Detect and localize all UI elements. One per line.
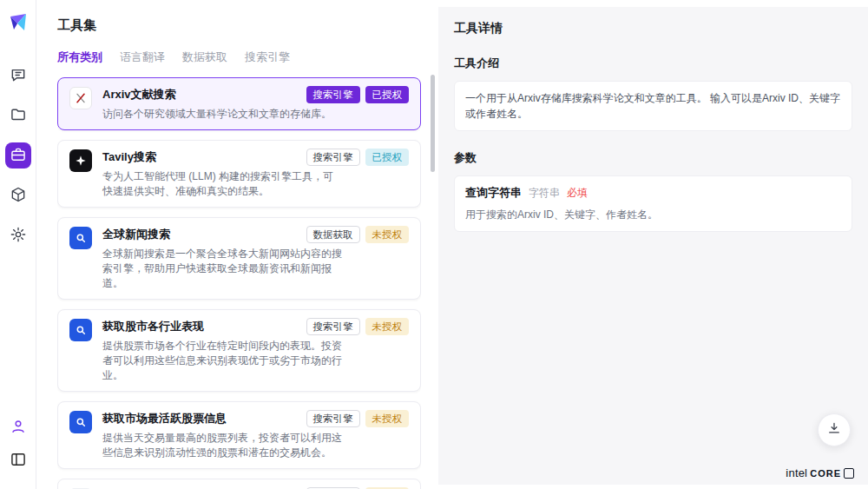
sidebar-item-account[interactable] xyxy=(5,414,31,440)
tool-description: 提供当天交易量最高的股票列表，投资者可以利用这些信息来识别流动性强的股票和潜在的… xyxy=(102,431,343,460)
sidebar-item-apps[interactable] xyxy=(5,182,31,208)
sidebar xyxy=(0,0,36,489)
tool-name: 获取市场最活跃股票信息 xyxy=(102,411,227,426)
intel-core-logo: intel CORE xyxy=(786,466,854,479)
app-window: 工具集 所有类别 语言翻译 数据获取 搜索引擎 Arxiv文献搜索 xyxy=(0,0,868,489)
category-badge: 搜索引擎 xyxy=(306,410,360,427)
news-search-icon xyxy=(69,319,92,341)
auth-badge: 未授权 xyxy=(365,318,410,335)
category-badge: 数据获取 xyxy=(306,226,360,243)
tool-card-regional-news[interactable]: 万维地区新闻查询 搜索引擎 未授权 查询具体行政区划内的新闻，快速了解各地新闻动 xyxy=(57,479,421,489)
category-badge: 搜索引擎 xyxy=(306,318,360,335)
intel-core-text: CORE xyxy=(810,468,841,479)
category-tabs: 所有类别 语言翻译 数据获取 搜索引擎 xyxy=(57,50,421,65)
sidebar-item-tools[interactable] xyxy=(5,142,31,169)
sidebar-item-settings[interactable] xyxy=(5,222,31,248)
panel-icon xyxy=(10,451,27,471)
tab-translation[interactable]: 语言翻译 xyxy=(120,50,165,65)
tool-description: 提供股票市场各个行业在特定时间段内的表现。投资者可以利用这些信息来识别表现优于或… xyxy=(102,339,343,383)
folder-icon xyxy=(10,106,27,126)
page-title: 工具集 xyxy=(57,17,421,34)
sidebar-item-files[interactable] xyxy=(5,102,31,129)
tab-all-categories[interactable]: 所有类别 xyxy=(57,50,102,65)
user-icon xyxy=(10,418,27,438)
tool-card-tavily[interactable]: Tavily搜索 搜索引擎 已授权 专为人工智能代理 (LLM) 构建的搜索引擎… xyxy=(57,140,421,208)
auth-badge: 已授权 xyxy=(365,149,410,166)
tool-description: 访问各个研究领域大量科学论文和文章的存储库。 xyxy=(102,107,343,122)
tool-cards: Arxiv文献搜索 搜索引擎 已授权 访问各个研究领域大量科学论文和文章的存储库… xyxy=(57,77,421,489)
tool-card-arxiv[interactable]: Arxiv文献搜索 搜索引擎 已授权 访问各个研究领域大量科学论文和文章的存储库… xyxy=(57,77,421,130)
tool-card-sector-performance[interactable]: 获取股市各行业表现 搜索引擎 未授权 提供股票市场各个行业在特定时间段内的表现。… xyxy=(57,309,421,392)
scrollbar-thumb[interactable] xyxy=(431,75,435,172)
auth-badge: 未授权 xyxy=(365,226,410,243)
auth-badge: 已授权 xyxy=(365,86,410,103)
param-description: 用于搜索的Arxiv ID、关键字、作者姓名。 xyxy=(465,208,841,222)
intro-section-title: 工具介绍 xyxy=(454,56,852,71)
tool-name: 获取股市各行业表现 xyxy=(102,319,204,334)
download-icon xyxy=(826,420,842,439)
briefcase-icon xyxy=(10,146,27,166)
list-scrollbar xyxy=(431,73,435,482)
tool-name: Tavily搜索 xyxy=(102,149,156,165)
cube-icon xyxy=(10,186,27,206)
category-badge: 搜索引擎 xyxy=(306,86,360,103)
news-search-icon xyxy=(69,411,92,433)
sidebar-item-collapse[interactable] xyxy=(5,447,31,473)
tool-card-global-news[interactable]: 全球新闻搜索 数据获取 未授权 全球新闻搜索是一个聚合全球各大新闻网站内容的搜索… xyxy=(57,217,421,300)
intel-brand-text: intel xyxy=(786,466,807,479)
download-button[interactable] xyxy=(818,413,851,446)
chat-icon xyxy=(10,66,27,86)
tool-name: Arxiv文献搜索 xyxy=(102,87,176,102)
param-type: 字符串 xyxy=(529,186,560,201)
auth-badge: 未授权 xyxy=(365,410,410,427)
tool-intro-text: 一个用于从Arxiv存储库搜索科学论文和文章的工具。 输入可以是Arxiv ID… xyxy=(465,90,841,122)
tab-data-fetch[interactable]: 数据获取 xyxy=(182,50,227,65)
tool-list-panel: 工具集 所有类别 语言翻译 数据获取 搜索引擎 Arxiv文献搜索 xyxy=(36,0,438,489)
params-section-title: 参数 xyxy=(454,150,852,166)
tool-description: 全球新闻搜索是一个聚合全球各大新闻网站内容的搜索引擎，帮助用户快速获取全球最新资… xyxy=(102,247,343,291)
tab-search-engine[interactable]: 搜索引擎 xyxy=(245,50,290,65)
tool-description: 专为人工智能代理 (LLM) 构建的搜索引擎工具，可快速提供实时、准确和真实的结… xyxy=(102,169,343,199)
tool-intro-card: 一个用于从Arxiv存储库搜索科学论文和文章的工具。 输入可以是Arxiv ID… xyxy=(454,81,852,131)
gear-icon xyxy=(10,226,27,246)
category-badge: 搜索引擎 xyxy=(306,149,360,166)
param-required-badge: 必填 xyxy=(567,186,588,201)
news-search-icon xyxy=(69,227,92,249)
tavily-icon xyxy=(69,149,92,172)
tool-card-active-stocks[interactable]: 获取市场最活跃股票信息 搜索引擎 未授权 提供当天交易量最高的股票列表，投资者可… xyxy=(57,401,421,469)
intel-badge-box xyxy=(844,468,854,479)
tool-detail-panel: 工具详情 工具介绍 一个用于从Arxiv存储库搜索科学论文和文章的工具。 输入可… xyxy=(438,0,868,489)
sidebar-item-chat[interactable] xyxy=(5,63,31,89)
param-name: 查询字符串 xyxy=(465,185,522,201)
tool-name: 全球新闻搜索 xyxy=(102,227,170,242)
detail-title: 工具详情 xyxy=(454,21,852,36)
param-card: 查询字符串 字符串 必填 用于搜索的Arxiv ID、关键字、作者姓名。 xyxy=(454,175,852,232)
arxiv-icon xyxy=(69,87,92,109)
app-logo xyxy=(8,12,29,36)
